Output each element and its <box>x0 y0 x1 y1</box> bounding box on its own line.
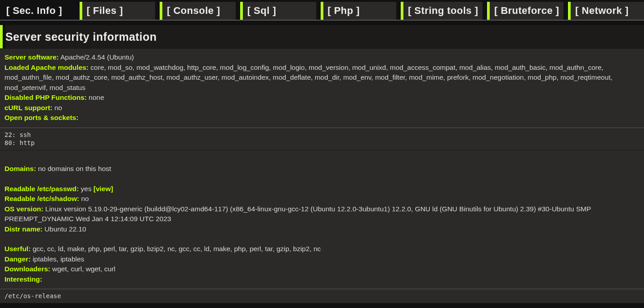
info-panel: Server software: Apache/2.4.54 (Ubuntu) … <box>0 48 644 127</box>
value-passwd: yes <box>81 185 93 192</box>
value-downloaders: wget, curl, wget, curl <box>52 265 115 273</box>
nav-tabs: [ Sec. Info ] [ Files ] [ Console ] [ Sq… <box>0 0 644 21</box>
info-panel-continued: Domains: no domains on this host Readabl… <box>0 150 644 289</box>
row-userful: Userful: gcc, cc, ld, make, php, perl, t… <box>4 244 640 254</box>
tab-string-tools[interactable]: [ String tools ] <box>401 2 483 20</box>
row-danger: Danger: iptables, iptables <box>4 254 640 264</box>
label-distr: Distr name: <box>4 225 42 233</box>
label-disabled-php: Disabled PHP Functions: <box>4 94 87 101</box>
row-apache-modules: Loaded Apache modules: core, mod_so, mod… <box>4 63 640 93</box>
row-shadow: Readable /etc/shadow: no <box>4 194 640 204</box>
tab-label: [ Bruteforce ] <box>494 4 559 18</box>
tab-bruteforce[interactable]: [ Bruteforce ] <box>487 2 564 20</box>
spacer <box>4 234 640 244</box>
value-userful: gcc, cc, ld, make, php, perl, tar, gzip,… <box>33 245 321 252</box>
label-curl: cURL support: <box>4 104 52 111</box>
value-server-software: Apache/2.4.54 (Ubuntu) <box>60 53 134 61</box>
tab-network[interactable]: [ Network ] <box>568 2 644 20</box>
tab-console[interactable]: [ Console ] <box>160 2 236 20</box>
value-disabled-php: none <box>89 94 104 101</box>
link-view-passwd[interactable]: [view] <box>93 185 113 192</box>
label-userful: Userful: <box>4 245 31 252</box>
value-danger: iptables, iptables <box>33 255 84 263</box>
section-title: Server security information <box>5 30 157 43</box>
tab-files[interactable]: [ Files ] <box>80 2 156 20</box>
row-disabled-php: Disabled PHP Functions: none <box>4 93 640 103</box>
spacer <box>4 174 640 184</box>
tab-label: [ Sql ] <box>247 4 276 18</box>
value-curl: no <box>55 104 62 111</box>
value-apache-modules: core, mod_so, mod_watchdog, http_core, m… <box>4 64 612 91</box>
tab-sql[interactable]: [ Sql ] <box>240 2 316 20</box>
label-domains: Domains: <box>4 165 36 172</box>
tab-sec-info[interactable]: [ Sec. Info ] <box>0 2 75 20</box>
interesting-block: /etc/os-release <box>0 289 644 303</box>
label-passwd: Readable /etc/passwd: <box>4 185 79 192</box>
accent-stripe <box>0 25 3 48</box>
label-apache-modules: Loaded Apache modules: <box>4 64 89 71</box>
tab-label: [ String tools ] <box>408 4 478 18</box>
row-server-software: Server software: Apache/2.4.54 (Ubuntu) <box>4 52 640 62</box>
tab-label: [ Files ] <box>87 4 123 18</box>
row-interesting: Interesting: <box>4 274 640 284</box>
row-open-ports-label: Open ports & sockets: <box>4 113 640 123</box>
row-os: OS version: Linux version 5.19.0-29-gene… <box>4 204 640 224</box>
row-downloaders: Downloaders: wget, curl, wget, curl <box>4 264 640 274</box>
value-os: Linux version 5.19.0-29-generic (buildd@… <box>4 205 591 222</box>
row-domains: Domains: no domains on this host <box>4 164 640 174</box>
row-distr: Distr name: Ubuntu 22.10 <box>4 224 640 234</box>
label-open-ports: Open ports & sockets: <box>4 114 78 121</box>
row-passwd: Readable /etc/passwd: yes [view] <box>4 184 640 194</box>
tab-label: [ Php ] <box>328 4 360 18</box>
label-shadow: Readable /etc/shadow: <box>4 195 79 202</box>
label-server-software: Server software: <box>4 53 59 61</box>
open-ports-block: 22: ssh 80: http <box>0 128 644 150</box>
spacer <box>4 154 640 164</box>
value-shadow: no <box>81 195 89 202</box>
tab-label: [ Console ] <box>167 4 220 18</box>
value-domains: no domains on this host <box>38 165 111 172</box>
tab-label: [ Network ] <box>575 4 628 18</box>
section-heading-bar: Server security information <box>0 25 644 48</box>
tab-php[interactable]: [ Php ] <box>321 2 397 20</box>
label-os: OS version: <box>4 205 43 213</box>
label-downloaders: Downloaders: <box>4 265 50 273</box>
row-curl: cURL support: no <box>4 103 640 113</box>
label-danger: Danger: <box>4 255 31 263</box>
label-interesting: Interesting: <box>4 275 42 283</box>
tab-label: [ Sec. Info ] <box>6 4 62 18</box>
value-distr: Ubuntu 22.10 <box>45 225 86 233</box>
